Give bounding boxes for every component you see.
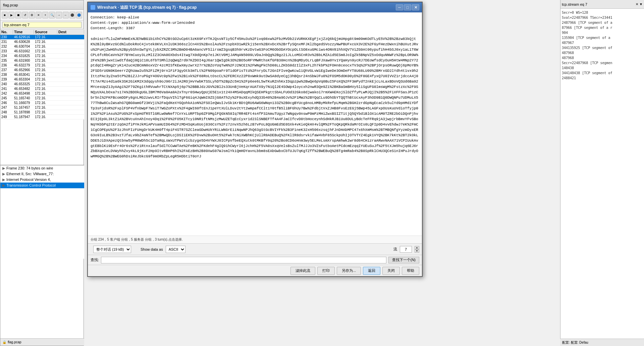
col-no: No.	[0, 30, 13, 34]
status-file: flag.pcap	[8, 340, 21, 344]
right-toolbar-icons: ✕ ▼	[636, 2, 643, 6]
toolbar-btn-10[interactable]: ←	[63, 12, 69, 18]
dialog-maximize-btn[interactable]: □	[404, 4, 411, 10]
right-panel-line: 2487966 [TCP segment of a	[562, 20, 643, 25]
save-as-btn[interactable]: 另存为...	[337, 267, 361, 275]
toolbar-btn-5[interactable]: ⚙	[29, 12, 35, 18]
right-panel-line: Secr=0 WS=128	[562, 10, 643, 15]
config-status: 配置: 配置: Defau	[562, 340, 588, 345]
toolbar-btn-8[interactable]: 🔍	[49, 12, 55, 18]
table-row[interactable]: 24246.653498172.16.	[0, 91, 84, 96]
table-row[interactable]: 23546.631900172.16.	[0, 58, 84, 63]
status-filename: 🔒	[2, 340, 6, 344]
conversation-dropdown[interactable]: 整个对话 (19 kB)	[93, 246, 131, 253]
tcp-bottom-bar: 整个对话 (19 kB) Show data as ASCII Hex 流 ▲ …	[88, 243, 422, 255]
tcp-dialog-title: Wireshark · 追踪 TCP 流 (tcp.stream eq 7) ·…	[97, 5, 197, 10]
filter-input[interactable]	[2, 22, 82, 28]
tcp-stream-content[interactable]: Connection: keep-alive Content-type: app…	[88, 12, 422, 236]
right-panel-line: 487968	[562, 55, 643, 60]
stream-down-btn[interactable]: ▼	[415, 249, 419, 253]
table-row[interactable]: 24046.653325172.16.	[0, 82, 84, 87]
wireshark-statusbar: 🔒 flag.pcap	[0, 338, 84, 346]
toolbar-btn-11[interactable]: ⚫	[69, 12, 75, 18]
find-next-btn[interactable]: 查找下一个(N)	[388, 257, 419, 263]
tree-item-ethernet[interactable]: ▶Ethernet II, Src: VMware_77:	[0, 171, 84, 177]
packet-list: No. Time Source Dest 23046.629516172.16.…	[0, 29, 84, 119]
right-panel-line: 344140438 [TCP segment of	[562, 70, 643, 76]
right-panel-line: 87966 [TCP segment of a r	[562, 25, 643, 30]
table-row[interactable]: 23746.652966172.16.	[0, 68, 84, 72]
dialog-close-btn[interactable]: ✕	[412, 4, 419, 10]
right-panel-line: Secr=22487968 [TCP segmen	[562, 60, 643, 65]
table-row[interactable]: 23146.630628172.16.	[0, 40, 84, 44]
stream-up-btn[interactable]: ▲	[415, 246, 419, 249]
table-row[interactable]: 23846.653041172.16.	[0, 72, 84, 77]
tcp-stream-dialog: Wireshark · 追踪 TCP 流 (tcp.stream eq 7) ·…	[87, 2, 423, 277]
right-toolbar: tcp.stream eq 7 ✕ ▼	[560, 0, 644, 9]
print-btn[interactable]: 打印	[317, 267, 335, 275]
find-input[interactable]	[101, 257, 386, 263]
table-row[interactable]: 23946.653304172.16.	[0, 77, 84, 82]
table-row[interactable]: 24551.165740172.16.	[0, 96, 84, 101]
right-panel-line: 2488421	[562, 76, 643, 81]
table-row[interactable]: 24951.187947172.16.	[0, 115, 84, 119]
data-format-dropdown[interactable]: ASCII Hex	[166, 246, 185, 253]
stream-number-input[interactable]	[400, 246, 412, 253]
right-statusbar: 配置: 配置: Defau	[560, 339, 644, 346]
tcp-stream-status: 分组 234，5 客户端 分组，5 服务器 分组，3 turn(s).点击选择.	[88, 236, 422, 243]
right-panel-line: 904	[562, 30, 643, 35]
bg-wireshark-window: flag.pcap ■ ▶ ⏹ ↺ ⚙ ✕ + 🔍 → ← ⚫ 🔵 No. Ti…	[0, 0, 84, 346]
filter-bar	[0, 20, 84, 29]
toolbar-btn-1[interactable]: ■	[2, 12, 8, 18]
table-row[interactable]: 23046.629516172.16.	[0, 35, 84, 40]
tree-item-tcp[interactable]: ▶Transmission Control Protocol	[0, 183, 84, 188]
dialog-minimize-btn[interactable]: ─	[396, 4, 403, 10]
toolbar-btn-9[interactable]: →	[56, 12, 62, 18]
right-filter-text: tcp.stream eq 7	[562, 2, 587, 6]
right-panel: tcp.stream eq 7 ✕ ▼ Secr=0 WS=128Sval=22…	[560, 0, 644, 346]
bg-title: flag.pcap	[3, 3, 18, 7]
table-row[interactable]: 24851.187898172.16.	[0, 110, 84, 115]
right-panel-line: 487968	[562, 50, 643, 55]
col-time: Time	[13, 30, 34, 34]
help-btn[interactable]: 帮助	[402, 267, 419, 275]
col-source: Source	[34, 30, 57, 34]
toolbar-btn-4[interactable]: ↺	[22, 12, 28, 18]
table-row[interactable]: 23346.631662172.16.	[0, 49, 84, 54]
packet-detail-panel: ▶Frame 230: 74 bytes on wire ▶Ethernet I…	[0, 165, 84, 259]
bg-toolbar: ■ ▶ ⏹ ↺ ⚙ ✕ + 🔍 → ← ⚫ 🔵	[0, 10, 84, 20]
toolbar-btn-2[interactable]: ▶	[8, 12, 14, 18]
right-panel-line: 487967	[562, 40, 643, 45]
toolbar-btn-7[interactable]: +	[42, 12, 48, 18]
right-panel-line: 135904 [TCP segment of a	[562, 35, 643, 40]
table-row[interactable]: 24751.167457172.16.	[0, 105, 84, 110]
back-btn[interactable]: 返回	[363, 267, 380, 275]
toolbar-btn-3[interactable]: ⏹	[15, 12, 21, 18]
table-row[interactable]: 23246.630704172.16.	[0, 44, 84, 49]
tcp-button-bar: 滤掉此流 打印 另存为... 返回 关闭 帮助	[88, 265, 422, 276]
packet-rows: 23046.629516172.16.23146.630628172.16.23…	[0, 35, 84, 119]
toolbar-btn-6[interactable]: ✕	[36, 12, 42, 18]
col-dest: Dest	[57, 30, 84, 34]
show-data-as-label: Show data as	[141, 247, 163, 251]
tree-item-ip[interactable]: ▶Internet Protocol Version 4,	[0, 177, 84, 183]
stream-label-text: 流	[393, 247, 397, 252]
find-label: 查找:	[91, 257, 99, 262]
filter-stream-btn[interactable]: 滤掉此流	[290, 267, 315, 275]
right-panel-line: 344135925 [TCP segment of	[562, 45, 643, 50]
right-panel-line: 140438	[562, 65, 643, 70]
table-row[interactable]: 23446.631825172.16.	[0, 54, 84, 58]
table-row[interactable]: 24651.166079172.16.	[0, 101, 84, 105]
tcp-find-bar: 查找: 查找下一个(N)	[88, 255, 422, 265]
table-row[interactable]: 23646.632279172.16.	[0, 63, 84, 68]
tcp-dialog-titlebar: Wireshark · 追踪 TCP 流 (tcp.stream eq 7) ·…	[88, 2, 422, 12]
stream-spinner: ▲ ▼	[415, 246, 419, 253]
right-panel-content: Secr=0 WS=128Sval=22487966 TSecr=23441 2…	[560, 9, 644, 82]
table-row[interactable]: 24146.653482172.16.	[0, 87, 84, 91]
packet-list-header: No. Time Source Dest	[0, 29, 84, 35]
bg-titlebar: flag.pcap	[0, 0, 84, 10]
wireshark-icon	[91, 5, 95, 10]
close-btn[interactable]: 关闭	[382, 267, 400, 275]
toolbar-btn-12[interactable]: 🔵	[76, 12, 82, 18]
tree-item-frame[interactable]: ▶Frame 230: 74 bytes on wire	[0, 165, 84, 171]
